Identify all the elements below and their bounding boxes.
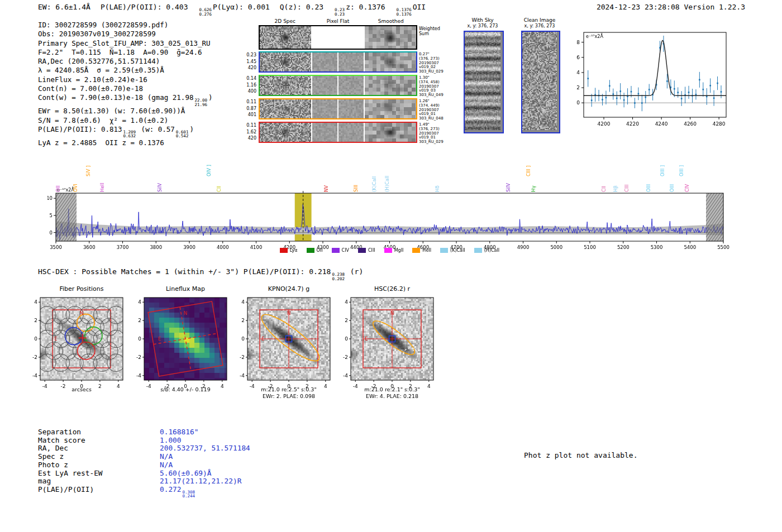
spec2d-column-title: Pixel Flat (312, 18, 365, 24)
timestamp: 2024-12-23 23:28:08 Version 1.22.3 (597, 3, 745, 11)
spec2d-annotation-line: 303_RU_029 (419, 140, 444, 145)
info-line-9: EWr = 8.50(±1.30) (w: 7.60(±0.90))Å (38, 107, 213, 116)
summary-header-text: P(Lyα): 0.001 (213, 3, 270, 11)
info-line-11-text: P(LAE)/P(OII): 0.813 (38, 125, 122, 133)
legend-item: CIII (358, 248, 375, 253)
emission-line-label: (K)CaII (371, 176, 378, 192)
info-line-8: Cont(w) = 7.90(±0.13)e-18 (gmag 21.9822.… (38, 93, 213, 107)
hsc-dex-match-header: HSC-DEX : Possible Matches = 1 (within +… (38, 267, 363, 281)
match-table-value: N/A (160, 461, 173, 469)
cutout-sublabel: m:21.0 re:2.5" s:0.3"EWr: 2. PLAE: 0.098 (241, 386, 336, 400)
spec2d-scale-value: 420 (248, 136, 256, 141)
spec2d-smooth-image (365, 123, 416, 142)
spec2d-row-2 (259, 75, 417, 96)
match-table-label: Photo z (38, 461, 160, 469)
cutout-sublabel-line: s/b: 4.40 +/- 0.119 (138, 386, 233, 393)
match-table-label: Spec z (38, 453, 160, 461)
spec2d-scale-value: 1.62 (246, 130, 256, 135)
match-table-value-text: 0.272 (160, 485, 182, 493)
spec2d-flat-image (312, 123, 364, 142)
spec2d-scale-value: 0.11 (246, 99, 256, 104)
spec2d-smooth-image (365, 26, 416, 49)
info-line-0-text: ID: 3002728599 (3002728599.pdf) (38, 21, 168, 29)
emission-line-label: OIII ] (660, 165, 666, 176)
match-table-row: Est LyA rest-EW5.60(±0.69)Å (38, 469, 250, 478)
clean-image-coords: x, y: 376, 273 (518, 23, 561, 28)
spec2d-row-annotation: 1.30"(374, 458)20190307v019_03303_RU_049 (419, 76, 444, 98)
summary-header-text: Q(z): 0.23 (280, 3, 323, 11)
match-table-value: 0.168816" (160, 428, 198, 437)
spec2d-smooth-image (365, 99, 416, 118)
legend-item: HeII (412, 248, 431, 253)
spec2d-row-annotation: WeightedSum (419, 26, 440, 36)
spectrum-legend: LyαOIICIVCIIIMgIIHeII(K)CaII(H)CaII (56, 248, 723, 253)
legend-label: HeII (422, 248, 431, 253)
emission-line-label: SiIV (506, 183, 512, 192)
legend-label: MgII (394, 248, 404, 253)
legend-label: CIII (368, 248, 375, 253)
elixer-detection-report: EW: 6.6±1.4ÅP(LAE)/P(OII): 0.4030.6260.2… (0, 0, 782, 532)
emission-line-label: CII (216, 186, 223, 192)
cutout-galaxy2 (331, 292, 443, 398)
full-spectrum-plot (47, 185, 732, 255)
cutout-sublabel-line: EWr: 2. PLAE: 0.098 (241, 393, 336, 400)
spec2d-flat-image (312, 76, 364, 95)
info-line-6: LineFlux = 2.10(±0.24)e-16 (38, 75, 213, 84)
legend-item: Lyα (280, 248, 298, 253)
match-table-value-text: N/A (160, 461, 173, 469)
with-sky-coords: x, y: 376, 273 (461, 23, 504, 28)
clean-cutout-image (522, 32, 557, 130)
info-line-8-limits: 22.0021.96 (194, 98, 207, 107)
detection-info-block: ID: 3002728599 (3002728599.pdf)Obs: 2019… (38, 21, 213, 147)
spec2d-row-annotation: 1.26"(374, 449)20190307v019_01303_RU_048 (419, 99, 444, 121)
spec2d-scale-value: 0.14 (246, 76, 256, 81)
spec2d-smooth-image (365, 76, 416, 95)
summary-header-limits: 0.230.23 (335, 8, 345, 16)
emission-line-label: CIII (624, 185, 631, 192)
legend-swatch (440, 248, 448, 253)
legend-label: Lyα (290, 248, 298, 253)
info-line-11-sub: 0.542 (176, 134, 189, 138)
spec2d-smooth-image (365, 52, 416, 71)
match-table-value-text: 1.000 (160, 436, 182, 444)
spec2d-spec-image (260, 99, 311, 118)
spec2d-row-left-labels: 0.231.45420 (246, 52, 256, 70)
match-table-value-sub: 0.244 (183, 494, 196, 499)
spec2d-annotation-line: Sum (419, 31, 440, 36)
spec2d-annotation-line: 303_RU_029 (419, 70, 444, 74)
clean-image-panel (521, 31, 560, 133)
spec2d-row-annotation: 1.49"(376, 273)20190307v019_01303_RU_029 (419, 123, 444, 145)
match-table-value-text: 21.17(21.12,21.22)R (160, 477, 241, 485)
info-line-8-text: ) (208, 93, 213, 102)
spec2d-scale-value: 0.11 (246, 123, 256, 128)
legend-item: (K)CaII (440, 248, 465, 253)
cutout-sublabel: s/b: 4.40 +/- 0.119 (138, 386, 233, 393)
match-table-row: Spec zN/A (38, 453, 250, 461)
info-line-7: Cont(n) = 7.00(±0.70)e-18 (38, 84, 213, 93)
summary-header-text: P(LAE)/P(OII): 0.403 (101, 3, 188, 11)
with-sky-cutout-image (465, 32, 500, 130)
match-table-row: RA, Dec200.532737, 51.571184 (38, 444, 250, 453)
match-table-row: Match score1.000 (38, 437, 250, 445)
info-line-11-text: (w: 0.57 (137, 125, 175, 133)
info-line-11-limits: 1.2090.632 (123, 130, 136, 138)
spec2d-row-annotation: 0.27"(376, 273)20190307v019_02303_RU_029 (419, 52, 444, 74)
info-line-10: S/N = 7.8(±0.6) χ² = 1.0(±0.2) (38, 116, 213, 125)
emission-line-label: OIV ] (206, 165, 213, 176)
legend-item: CIV (332, 248, 349, 253)
cutout-sublabel-line: m:21.0 re:2.1" s:0.3" (345, 386, 440, 393)
cutout-sublabel: m:21.0 re:2.1" s:0.3"EWr: 4. PLAE: 0.218 (345, 386, 440, 400)
info-line-11: P(LAE)/P(OII): 0.8131.2090.632 (w: 0.570… (38, 125, 213, 138)
spec2d-column-headers: 2D SpecPixel FlatSmoothed (259, 18, 417, 24)
legend-swatch (358, 248, 366, 253)
emission-line-label: OIII ] (679, 165, 685, 176)
info-line-5-text: λ = 4240.85Å σ = 2.59(±0.35)Å (38, 66, 164, 74)
legend-label: OII (317, 248, 323, 253)
with-sky-label: With Sky (461, 17, 504, 23)
with-sky-title: With Skyx, y: 376, 273 (461, 17, 504, 28)
spec2d-spec-image (260, 76, 311, 95)
emission-line-label: (H)CaII (384, 176, 391, 192)
spec2d-row-0 (259, 25, 417, 50)
summary-header-text: OII (413, 3, 426, 11)
info-line-10-text: S/N = 7.8(±0.6) χ² = 1.0(±0.2) (38, 116, 168, 124)
